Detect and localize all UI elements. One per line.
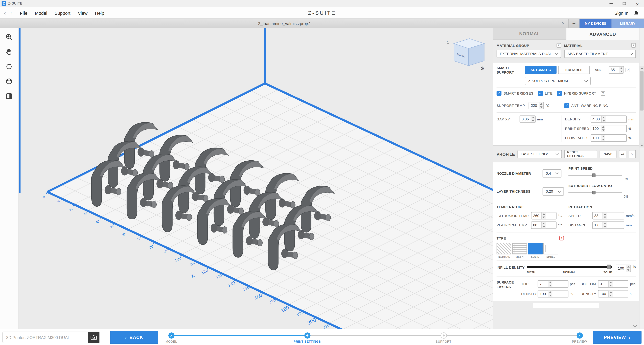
spinner-arrows[interactable] [530,116,535,122]
camera-button[interactable] [88,331,100,343]
tab-normal[interactable]: NORMAL [493,28,566,40]
surface-top-density-spinner[interactable]: 100 [538,290,568,297]
surface-bottom-value[interactable]: 3 [598,281,608,287]
spinner-arrows[interactable] [601,116,606,122]
clipped-next-control[interactable] [533,303,599,308]
spinner-down-icon[interactable] [540,106,544,109]
slider-handle[interactable] [592,191,596,194]
platform-temp-value[interactable]: 80 [532,222,542,228]
step-support[interactable]: SUPPORT [417,332,470,343]
menu-file[interactable]: File [20,11,27,15]
maximize-button[interactable] [618,0,631,7]
infill-shell-swatch[interactable] [544,243,558,254]
home-view-icon[interactable]: ⌂ [446,39,450,45]
nav-back-icon[interactable]: ‹ [2,10,8,16]
gap-xy-value[interactable]: 0.36 [520,116,530,122]
retraction-distance-spinner[interactable]: 1.0 [592,222,624,229]
nozzle-diameter-select[interactable]: 0.4 [542,169,562,178]
library-button[interactable]: LIBRARY [612,19,644,28]
surface-top-density-value[interactable]: 100 [538,290,548,297]
spinner-up-icon[interactable] [603,222,607,225]
support-print-speed-value[interactable]: 100 [591,125,601,132]
profile-select[interactable]: LAST SETTINGS [518,150,562,158]
step-print-settings[interactable]: PRINT SETTINGS [280,332,334,343]
material-group-select[interactable]: EXTERNAL MATERIALS DUAL [496,50,561,58]
rotate-tool-button[interactable] [4,62,14,72]
spinner-down-icon[interactable] [608,284,612,287]
anti-warping-checkbox[interactable]: ANTI-WARPING RING [564,103,608,108]
surface-bottom-spinner[interactable]: 3 [598,280,628,287]
spinner-down-icon[interactable] [531,119,535,122]
support-automatic-button[interactable]: AUTOMATIC [525,66,556,74]
menu-view[interactable]: View [78,11,88,15]
new-tab-button[interactable] [569,19,580,28]
hybrid-support-checkbox[interactable]: HYBRID SUPPORT [557,91,596,96]
spinner-arrows[interactable] [539,102,544,109]
reset-settings-button[interactable]: RESET SETTINGS [564,150,597,158]
spinner-arrows[interactable] [548,281,552,287]
spinner-up-icon[interactable] [548,290,552,294]
spinner-arrows[interactable] [548,290,552,297]
material-group-help-icon[interactable]: ? [556,43,561,48]
spinner-arrows[interactable] [541,212,546,219]
spinner-arrows[interactable] [602,222,607,228]
support-density-value[interactable]: 4.00 [591,116,601,122]
infill-density-spinner[interactable]: 100 [616,264,631,272]
infill-normal-swatch[interactable] [496,243,511,254]
sign-in-link[interactable]: Sign In [614,11,628,15]
spinner-arrows[interactable] [608,281,612,287]
infill-type-option-shell[interactable]: SHELL [544,243,558,258]
document-tab[interactable]: 2_taastamine_valmis.zprojx* [0,19,569,28]
spinner-arrows[interactable] [541,222,546,228]
spinner-down-icon[interactable] [603,225,607,229]
infill-type-option-mesh[interactable]: MESH [512,243,527,258]
printer-selector[interactable]: 3D Printer: ZORTRAX M300 DUAL [2,331,100,343]
spinner-up-icon[interactable] [626,265,630,268]
spinner-up-icon[interactable] [603,212,607,216]
extruder-flow-slider[interactable] [568,191,622,194]
spinner-down-icon[interactable] [601,129,605,132]
spinner-up-icon[interactable] [542,222,546,225]
type-warning-icon[interactable]: ! [560,236,564,240]
spinner-arrows[interactable] [619,67,623,73]
spinner-up-icon[interactable] [608,290,612,294]
spinner-arrows[interactable] [608,290,612,297]
scroll-down-icon[interactable] [640,143,644,147]
infill-mesh-swatch[interactable] [512,243,527,254]
menu-support[interactable]: Support [54,11,70,15]
step-model[interactable]: MODEL [144,332,198,343]
lite-checkbox[interactable]: LITE [538,91,552,96]
nav-forward-icon[interactable]: › [8,10,15,16]
spinner-arrows[interactable] [602,212,607,219]
surface-top-value[interactable]: 7 [538,281,548,287]
retraction-speed-value[interactable]: 33 [593,212,602,219]
zoom-tool-button[interactable] [4,32,14,42]
spinner-arrows[interactable] [601,125,605,132]
material-help-icon[interactable]: ? [631,43,636,48]
menu-help[interactable]: Help [95,11,104,15]
slider-handle[interactable] [607,264,611,269]
support-type-select[interactable]: Z-SUPPORT PREMIUM [525,77,590,85]
3d-viewport[interactable]: 0102030405060708090100110120130140150160… [18,28,493,329]
spinner-down-icon[interactable] [603,216,607,219]
spinner-up-icon[interactable] [601,135,605,138]
panel-scrollbar[interactable] [639,28,644,329]
extrusion-temp-spinner[interactable]: 260 [531,212,556,219]
surface-top-spinner[interactable]: 7 [538,280,568,287]
spinner-up-icon[interactable] [542,212,546,216]
hybrid-support-help-icon[interactable]: ? [601,91,605,96]
support-density-spinner[interactable]: 4.00 [590,115,627,123]
angle-help-icon[interactable]: ? [625,68,630,72]
spinner-up-icon[interactable] [619,67,623,70]
spinner-down-icon[interactable] [542,225,546,229]
support-editable-button[interactable]: EDITABLE [558,66,590,74]
my-devices-button[interactable]: MY DEVICES [580,19,612,28]
spinner-down-icon[interactable] [548,284,552,287]
panel-scroll-down-icon[interactable] [633,323,637,327]
view-cube[interactable]: ⌂ FRONT ⚙ [446,39,484,71]
flow-ratio-spinner[interactable]: 100 [590,134,627,142]
material-select[interactable]: ABS-BASED FILAMENT [564,50,636,58]
support-print-speed-spinner[interactable]: 100 [590,125,627,132]
spinner-down-icon[interactable] [601,138,605,141]
surface-bottom-density-spinner[interactable]: 100 [598,290,628,297]
